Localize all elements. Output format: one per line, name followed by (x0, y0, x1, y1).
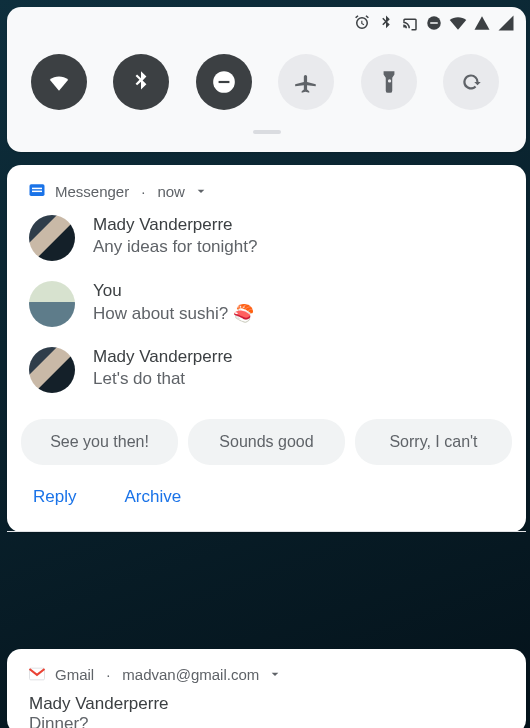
bluetooth-tile[interactable] (113, 54, 169, 110)
conversation: Mady Vanderperre Any ideas for tonight? … (7, 205, 526, 393)
reply-button[interactable]: Reply (33, 487, 76, 507)
smart-reply-chip[interactable]: See you then! (21, 419, 178, 465)
message-item: Mady Vanderperre Let's do that (29, 347, 504, 393)
messenger-notification[interactable]: Messenger now Mady Vanderperre Any ideas… (7, 165, 526, 532)
separator-dot (137, 183, 149, 200)
signal-icon (497, 14, 515, 32)
email-sender: Mady Vanderperre (29, 694, 504, 714)
chevron-down-icon (267, 666, 283, 682)
gmail-icon (27, 664, 47, 684)
wifi-icon (449, 14, 467, 32)
notification-header[interactable]: Messenger now (7, 181, 526, 205)
archive-button[interactable]: Archive (124, 487, 181, 507)
notification-header[interactable]: Gmail madvan@gmail.com (7, 664, 526, 688)
gmail-notification[interactable]: Gmail madvan@gmail.com Mady Vanderperre … (7, 649, 526, 728)
avatar (29, 347, 75, 393)
dnd-tile[interactable] (196, 54, 252, 110)
message-item: You How about sushi? 🍣 (29, 281, 504, 327)
quick-tiles-row (7, 32, 526, 110)
gmail-body: Mady Vanderperre Dinner? (7, 688, 526, 728)
airplane-tile[interactable] (278, 54, 334, 110)
message-text: How about sushi? 🍣 (93, 303, 254, 324)
account-label: madvan@gmail.com (122, 666, 259, 683)
svg-rect-3 (218, 81, 229, 83)
message-item: Mady Vanderperre Any ideas for tonight? (29, 215, 504, 261)
app-name: Messenger (55, 183, 129, 200)
cast-icon (401, 14, 419, 32)
flashlight-tile[interactable] (361, 54, 417, 110)
rotate-tile[interactable] (443, 54, 499, 110)
svg-rect-4 (30, 184, 45, 196)
message-text: Let's do that (93, 369, 233, 389)
divider (7, 531, 526, 532)
message-sender: You (93, 281, 254, 301)
alarm-icon (353, 14, 371, 32)
quick-settings-panel (7, 7, 526, 152)
smart-reply-chip[interactable]: Sounds good (188, 419, 345, 465)
email-subject: Dinner? (29, 714, 504, 728)
status-bar (7, 7, 526, 32)
svg-rect-1 (430, 22, 438, 24)
battery-icon (473, 14, 491, 32)
message-sender: Mady Vanderperre (93, 347, 233, 367)
chevron-down-icon (193, 183, 209, 199)
notification-actions: Reply Archive (7, 465, 526, 529)
avatar (29, 281, 75, 327)
smart-reply-row: See you then! Sounds good Sorry, I can't (7, 413, 526, 465)
svg-rect-5 (32, 188, 42, 190)
messenger-icon (27, 181, 47, 201)
avatar (29, 215, 75, 261)
bluetooth-icon (377, 14, 395, 32)
separator-dot (102, 666, 114, 683)
smart-reply-chip[interactable]: Sorry, I can't (355, 419, 512, 465)
notification-time: now (157, 183, 185, 200)
dnd-icon (425, 14, 443, 32)
app-name: Gmail (55, 666, 94, 683)
wifi-tile[interactable] (31, 54, 87, 110)
message-text: Any ideas for tonight? (93, 237, 257, 257)
message-sender: Mady Vanderperre (93, 215, 257, 235)
svg-rect-6 (32, 191, 42, 193)
drag-handle[interactable] (253, 130, 281, 134)
